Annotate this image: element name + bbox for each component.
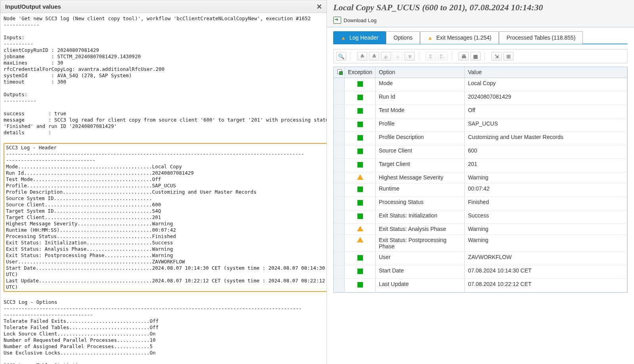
- col-header-exception[interactable]: Exception: [345, 67, 376, 78]
- download-log-icon[interactable]: [333, 17, 341, 24]
- table-row[interactable]: Exit Status: Analysis PhaseWarning: [334, 224, 627, 235]
- cell-option: Processing Status: [376, 197, 465, 210]
- cell-option: User: [376, 252, 465, 265]
- tab-options[interactable]: Options: [386, 31, 420, 44]
- menubar-item[interactable]: Reporting: [74, 0, 91, 0]
- sort-asc-icon[interactable]: ≙: [357, 52, 367, 61]
- status-icon: [345, 265, 376, 278]
- menubar-item[interactable]: Configuration: [96, 0, 120, 0]
- row-selector[interactable]: [334, 172, 345, 183]
- cell-option: Runtime: [376, 183, 465, 196]
- sort-desc-icon[interactable]: ≚: [369, 52, 379, 61]
- grid-header-row: Exception Option Value: [334, 67, 627, 78]
- cell-value: 07.08.2024 10:22:12 CET: [465, 279, 627, 292]
- row-selector[interactable]: [334, 197, 345, 210]
- cell-option: Run Id: [376, 91, 465, 105]
- cell-option: Highest Message Severity: [376, 172, 465, 183]
- tab-log-header[interactable]: ▲ Log Header: [333, 31, 386, 44]
- row-selector[interactable]: [334, 118, 345, 131]
- export-icon[interactable]: ⇲: [491, 52, 502, 61]
- table-row[interactable]: Profile DescriptionCustomizing and User …: [334, 132, 627, 145]
- filter-icon[interactable]: ▿: [405, 52, 415, 61]
- status-icon: [345, 91, 376, 105]
- table-row[interactable]: Target Client201: [334, 159, 627, 172]
- modal-header: Input/Output values ×: [0, 0, 327, 13]
- cell-option: Test Mode: [376, 105, 465, 118]
- col-header-option[interactable]: Option: [376, 67, 465, 78]
- status-icon: [345, 183, 376, 196]
- row-selector[interactable]: [334, 105, 345, 118]
- cell-value: Local Copy: [465, 78, 627, 91]
- status-icon: [345, 235, 376, 252]
- cell-option: Exit Status: Initialization: [376, 210, 465, 223]
- row-selector[interactable]: [334, 91, 345, 105]
- status-icon: [345, 105, 376, 118]
- find-next-icon: ⌕: [393, 52, 403, 61]
- table-row[interactable]: Source Client600: [334, 145, 627, 159]
- tab-processed-tables[interactable]: Processed Tables (118.855): [499, 31, 583, 44]
- status-icon: [345, 78, 376, 91]
- table-row[interactable]: Start Date07.08.2024 10:14:30 CET: [334, 265, 627, 279]
- menubar-item[interactable]: Automation: [48, 0, 68, 0]
- menubar-item[interactable]: Systems: [27, 0, 42, 0]
- menubar-item[interactable]: Support: [125, 0, 139, 0]
- cell-value: SAP_UCUS: [465, 118, 627, 131]
- row-selector[interactable]: [334, 235, 345, 252]
- find-icon[interactable]: ⌕: [381, 52, 391, 61]
- download-log-button[interactable]: Download Log: [344, 17, 376, 23]
- status-icon: [345, 279, 376, 292]
- table-row[interactable]: Test ModeOff: [334, 105, 627, 118]
- row-selector[interactable]: [334, 145, 345, 158]
- row-selector[interactable]: [334, 265, 345, 278]
- row-select-all-icon[interactable]: [334, 67, 345, 78]
- cell-value: 00:07:42: [465, 183, 627, 196]
- menubar-item[interactable]: Monitoring: [3, 0, 22, 0]
- row-selector[interactable]: [334, 78, 345, 91]
- status-icon: [345, 172, 376, 183]
- top-menubar: MonitoringSystemsAutomationReportingConf…: [0, 0, 327, 0]
- row-selector[interactable]: [334, 132, 345, 145]
- table-row[interactable]: Runtime00:07:42: [334, 183, 627, 197]
- cell-option: Start Date: [376, 265, 465, 278]
- close-icon[interactable]: ×: [317, 2, 322, 11]
- modal-body[interactable]: Node 'Get new SCC3 log (New client copy …: [0, 13, 327, 364]
- table-row[interactable]: UserZAVWORKFLOW: [334, 252, 627, 265]
- print-icon[interactable]: 🖶: [458, 52, 469, 61]
- details-icon[interactable]: 🔍: [336, 52, 346, 61]
- cell-option: Target Client: [376, 159, 465, 172]
- cell-option: Profile Description: [376, 132, 465, 145]
- row-selector[interactable]: [334, 210, 345, 223]
- cell-value: Warning: [465, 172, 627, 183]
- row-selector[interactable]: [334, 183, 345, 196]
- warning-icon: ▲: [428, 35, 433, 41]
- table-row[interactable]: Highest Message SeverityWarning: [334, 172, 627, 183]
- layout-icon[interactable]: ⊞: [503, 52, 514, 61]
- table-row[interactable]: Last Update07.08.2024 10:22:12 CET: [334, 279, 627, 292]
- view-icon[interactable]: ▦: [470, 52, 481, 61]
- table-row[interactable]: ModeLocal Copy: [334, 78, 627, 91]
- table-row[interactable]: Exit Status: InitializationSuccess: [334, 210, 627, 224]
- row-selector[interactable]: [334, 279, 345, 292]
- menubar-item[interactable]: Administration: [145, 0, 170, 0]
- cell-value: 07.08.2024 10:14:30 CET: [465, 265, 627, 278]
- page-title: Local Copy SAP_UCUS (600 to 201), 07.08.…: [327, 0, 634, 14]
- col-header-value[interactable]: Value: [465, 67, 627, 78]
- table-row[interactable]: Processing StatusFinished: [334, 197, 627, 210]
- tab-exit-messages[interactable]: ▲ Exit Messages (1.254): [420, 31, 499, 44]
- row-selector[interactable]: [334, 252, 345, 265]
- status-icon: [345, 197, 376, 210]
- status-icon: [345, 159, 376, 172]
- cell-value: Finished: [465, 197, 627, 210]
- cell-option: Last Update: [376, 279, 465, 292]
- cell-option: Exit Status: Analysis Phase: [376, 224, 465, 234]
- row-selector[interactable]: [334, 224, 345, 234]
- table-row[interactable]: Exit Status: Postprocessing PhaseWarning: [334, 235, 627, 252]
- cell-value: ZAVWORKFLOW: [465, 252, 627, 265]
- highlighted-log-header-section: SCC3 Log - Header ----------------------…: [4, 143, 327, 292]
- cell-value: Warning: [465, 224, 627, 234]
- warning-icon: ▲: [341, 35, 346, 41]
- row-selector[interactable]: [334, 159, 345, 172]
- table-row[interactable]: ProfileSAP_UCUS: [334, 118, 627, 132]
- table-row[interactable]: Run Id20240807081429: [334, 91, 627, 105]
- cell-option: Source Client: [376, 145, 465, 158]
